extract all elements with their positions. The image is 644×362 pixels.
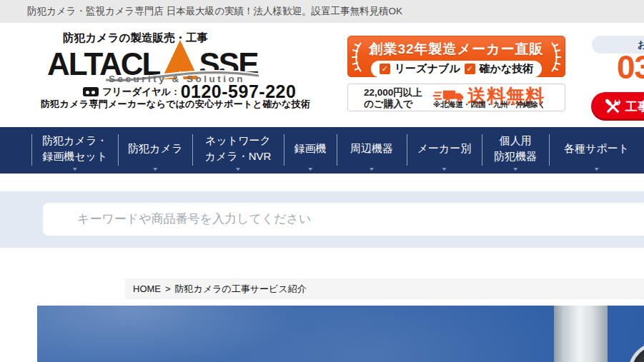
nav-item-security-camera[interactable]: 防犯カメラ ▼ <box>118 127 192 174</box>
breadcrumb-home-link[interactable]: HOME <box>133 283 161 294</box>
freedial-label: フリーダイヤル : <box>102 86 177 99</box>
construction-button-label: 工事 <box>625 99 644 115</box>
nav-item-network-camera-nvr[interactable]: ネットワーク カメラ・NVR ▼ <box>192 127 284 174</box>
nav-item-peripherals[interactable]: 周辺機器 ▼ <box>337 127 407 174</box>
chevron-down-icon: ▼ <box>441 166 448 171</box>
direct-sales-point: リーズナブル <box>395 62 460 76</box>
shipping-condition-line2: のご購入で <box>364 99 422 110</box>
nav-item-personal-security[interactable]: 個人用 防犯機器 ▼ <box>482 127 549 174</box>
direct-sales-point: 確かな技術 <box>480 62 534 76</box>
search-band <box>0 191 644 248</box>
laurel-icon <box>549 41 561 73</box>
search-input[interactable] <box>43 203 644 236</box>
laurel-icon <box>352 41 364 73</box>
breadcrumb: HOME > 防犯カメラの工事サービス紹介 <box>125 278 644 299</box>
direct-sales-points: ✓ リーズナブル ✓ 確かな技術 <box>371 61 542 77</box>
chevron-down-icon: ▼ <box>152 166 159 171</box>
tools-icon <box>605 99 620 114</box>
chevron-down-icon: ▼ <box>71 166 79 171</box>
shipping-condition-line1: 22,000円以上 <box>364 87 422 99</box>
nav-item-recorder[interactable]: 録画機 ▼ <box>284 127 337 174</box>
chevron-down-icon: ▼ <box>307 166 314 171</box>
nav-item-camera-recorder-set[interactable]: 防犯カメラ・ 録画機セット ▼ <box>31 127 118 174</box>
check-icon: ✓ <box>380 64 390 74</box>
shipping-note: ※北海道・四国・九州・沖縄除く <box>433 100 545 110</box>
phone-number: 03 <box>617 51 644 84</box>
nav-item-support[interactable]: 各種サポート ▼ <box>549 127 644 174</box>
logo-tagline-bottom: 防犯カメラ専門メーカーならではの安心サポートと確かな技術 <box>41 98 310 111</box>
topbar: 防犯カメラ・監視カメラ専門店 日本最大級の実績！法人様歓迎。設置工事無料見積OK <box>0 0 644 23</box>
chevron-down-icon: ▼ <box>368 166 375 171</box>
camera-pole <box>554 306 608 362</box>
check-icon: ✓ <box>465 64 475 74</box>
chevron-down-icon: ▼ <box>512 166 519 171</box>
banner-free-shipping[interactable]: 22,000円以上 のご購入で 送料無料 ※北海道・四国・九州・沖縄除く <box>347 84 565 111</box>
nav-item-by-maker[interactable]: メーカー別 ▼ <box>407 127 482 174</box>
breadcrumb-separator: > <box>165 283 171 294</box>
topbar-text: 防犯カメラ・監視カメラ専門店 日本最大級の実績！法人様歓迎。設置工事無料見積OK <box>27 6 402 16</box>
security-camera <box>628 342 644 362</box>
shipping-condition: 22,000円以上 のご購入で <box>364 87 422 110</box>
header: 防犯カメラの製造販売・工事 ALTACL SSE Security & Solu… <box>0 23 644 127</box>
freedial-icon <box>83 87 99 96</box>
chevron-down-icon: ▼ <box>234 166 242 171</box>
chevron-down-icon: ▼ <box>593 166 600 171</box>
breadcrumb-current: 防犯カメラの工事サービス紹介 <box>175 283 307 296</box>
construction-consult-button[interactable]: 工事 <box>591 92 644 121</box>
banner-direct-sales[interactable]: 創業32年製造メーカー直販 ✓ リーズナブル ✓ 確かな技術 <box>347 36 565 77</box>
main-nav: 防犯カメラ・ 録画機セット ▼ 防犯カメラ ▼ ネットワーク カメラ・NVR ▼… <box>0 127 644 174</box>
hero-image <box>37 306 644 362</box>
direct-sales-title: 創業32年製造メーカー直販 <box>348 40 565 59</box>
